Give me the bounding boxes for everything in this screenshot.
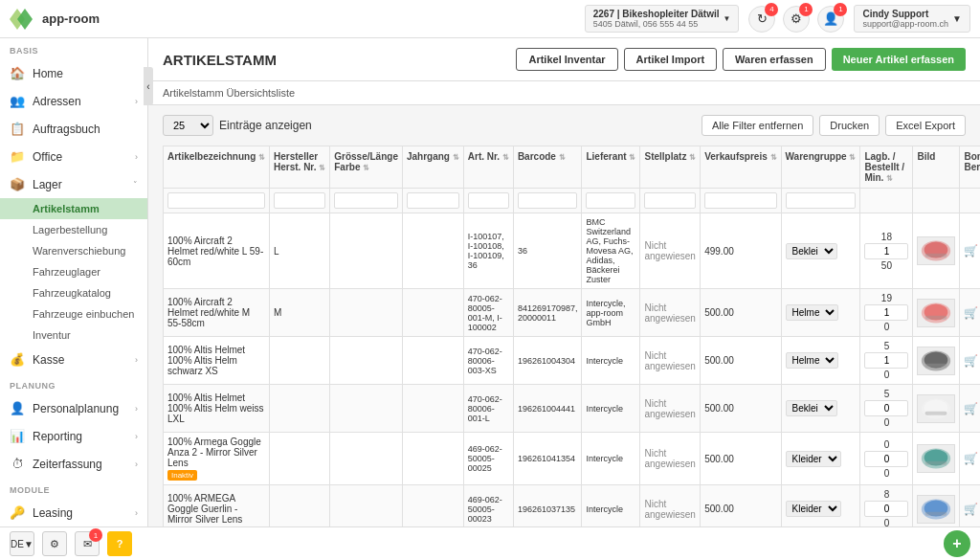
cell-groesse [330,485,403,527]
language-selector[interactable]: DE ▼ [10,531,34,556]
cell-groesse [330,337,403,385]
cart-icon[interactable]: 🛒 [964,244,978,258]
cart-icon[interactable]: 🛒 [964,306,978,320]
filter-jahrgang[interactable] [407,192,459,209]
kasse-icon: 💰 [10,352,25,367]
stock-bestellt-input[interactable] [864,501,908,517]
stock-bestellt-input[interactable] [864,352,908,369]
warengruppe-select[interactable]: Beklei [786,243,837,259]
inactive-badge: Inaktiv [167,470,197,481]
sidebar-item-lager[interactable]: 📦 Lager ˅ [0,170,147,198]
svg-rect-13 [925,411,947,414]
warengruppe-select[interactable]: Helme [786,304,838,321]
sidebar-item-home[interactable]: 🏠 Home [0,59,147,87]
bottom-bar: DE ▼ ⚙ ✉ 1 ? + [0,526,980,560]
sidebar-subitem-warenverschiebung[interactable]: Warenverschiebung [0,240,147,261]
user-menu[interactable]: Cindy Support support@app-room.ch ▼ [854,5,970,33]
sort-icon-lagb[interactable]: ⇅ [886,174,893,183]
stock-lagb: 8 [884,489,890,500]
sort-icon-j[interactable]: ⇅ [453,153,459,162]
breadcrumb-text: Artikelstamm Übersichtsliste [163,87,295,99]
bottom-help-button[interactable]: ? [107,531,132,556]
sort-icon-b[interactable]: ⇅ [559,153,566,162]
store-address: 5405 Dätwil, 056 555 44 55 [593,19,720,29]
artikel-inventar-button[interactable]: Artikel Inventar [516,48,617,71]
filter-barcode[interactable] [518,192,578,209]
filter-artikelbezeichnung[interactable] [167,192,265,209]
sort-icon-a[interactable]: ⇅ [502,153,509,162]
sidebar-subitem-inventur[interactable]: Inventur [0,325,147,346]
sidebar-subitem-lagerbestellung[interactable]: Lagerbestellung [0,219,147,240]
sidebar-item-office[interactable]: 📁 Office › [0,143,147,170]
col-artnr: Art. Nr. ⇅ [463,146,513,189]
warengruppe-select[interactable]: Helme [786,352,838,369]
sidebar-lager-label: Lager [33,178,62,191]
add-button[interactable]: + [944,530,970,557]
sidebar-item-kasse[interactable]: 💰 Kasse › [0,346,147,373]
cart-icon[interactable]: 🛒 [964,354,978,368]
stock-bestellt-input[interactable] [864,451,908,467]
cell-jahrgang [402,213,463,289]
sidebar-subitem-artikelstamm[interactable]: Artikelstamm [0,198,147,219]
sidebar-item-reporting[interactable]: 📊 Reporting › [0,422,147,450]
stock-bestellt-input[interactable] [864,400,908,416]
sort-icon-h[interactable]: ⇅ [319,164,325,172]
bottom-messages-button[interactable]: ✉ 1 [75,531,100,556]
sidebar-item-leasing[interactable]: 🔑 Leasing › [0,499,147,526]
stock-bestellt-input[interactable] [864,304,908,321]
sidebar-item-zeiterfassung[interactable]: ⏱ Zeiterfassung › [0,450,147,478]
filter-preis[interactable] [704,192,776,209]
cell-hersteller [270,385,330,433]
refresh-button[interactable]: ↻ 4 [748,6,775,33]
waren-erfassen-button[interactable]: Waren erfassen [723,48,826,71]
sidebar-subitem-fahrzeugkatalog[interactable]: Fahrzeugkatalog [0,282,147,303]
sidebar-toggle[interactable]: ‹ [148,67,153,105]
sort-icon-p[interactable]: ⇅ [770,153,777,162]
filter-hersteller[interactable] [274,192,325,209]
notifications-button[interactable]: 👤 1 [817,6,844,33]
warengruppe-select[interactable]: Kleider [786,451,841,467]
sidebar-subitem-fahrzeuglager[interactable]: Fahrzeuglager [0,261,147,282]
remove-filter-button[interactable]: Alle Filter entfernen [702,115,813,136]
cell-name: 100% Altis Helmet 100% Altis Helm weiss … [164,385,270,433]
warengruppe-select[interactable]: Kleider [786,501,841,517]
svg-rect-19 [925,511,947,515]
cart-icon[interactable]: 🛒 [964,452,978,465]
neuer-artikel-button[interactable]: Neuer Artikel erfassen [832,48,966,71]
cell-warengruppe: Kleider [781,433,860,485]
store-selector[interactable]: 2267 | Bikeshopleiter Dätwil 5405 Dätwil… [585,5,740,33]
page-title: ARTIKELSTAMM [163,52,277,68]
drucken-button[interactable]: Drucken [819,115,880,136]
settings-button[interactable]: ⚙ 1 [783,6,810,33]
filter-groesse[interactable] [334,192,398,209]
sort-icon-g[interactable]: ⇅ [363,164,369,172]
sort-icon-l[interactable]: ⇅ [629,153,635,162]
sort-icon-s[interactable]: ⇅ [689,153,696,162]
entries-dropdown[interactable]: 25 50 100 [163,115,213,136]
sidebar-item-adressen[interactable]: 👥 Adressen › [0,87,147,115]
filter-artnr[interactable] [468,192,509,209]
excel-export-button[interactable]: Excel Export [885,115,966,136]
stock-bestellt-input[interactable] [864,243,908,259]
filter-warengruppe[interactable] [786,192,857,209]
warengruppe-select[interactable]: Beklei [786,400,837,416]
artikel-import-button[interactable]: Artikel Import [624,48,718,71]
cell-lagb: 18 50 [860,213,913,289]
content-header: ARTIKELSTAMM Artikel Inventar Artikel Im… [148,38,980,81]
sidebar-item-auftragsbuch[interactable]: 📋 Auftragsbuch [0,115,147,143]
sidebar-item-personalplanung[interactable]: 👤 Personalplanung › [0,394,147,422]
adressen-icon: 👥 [10,94,25,108]
sort-icon-w[interactable]: ⇅ [849,153,856,162]
sort-icon[interactable]: ⇅ [258,153,265,162]
filter-lieferant[interactable] [586,192,635,209]
sidebar-subitem-fahrzeuge-einbuchen[interactable]: Fahrzeuge einbuchen [0,303,147,325]
filter-stellplatz[interactable] [644,192,696,209]
filter-row: 25 50 100 Einträge anzeigen Alle Filter … [163,115,966,136]
cart-icon[interactable]: 🛒 [964,503,978,516]
user-email: support@app-room.ch [862,19,948,29]
action-icons: 🛒 🧺 ✏ 🗑 📋 [964,452,980,465]
user-chevron-icon: ▼ [952,13,962,24]
product-image [917,495,955,524]
cart-icon[interactable]: 🛒 [964,402,978,415]
bottom-settings-button[interactable]: ⚙ [42,531,67,556]
